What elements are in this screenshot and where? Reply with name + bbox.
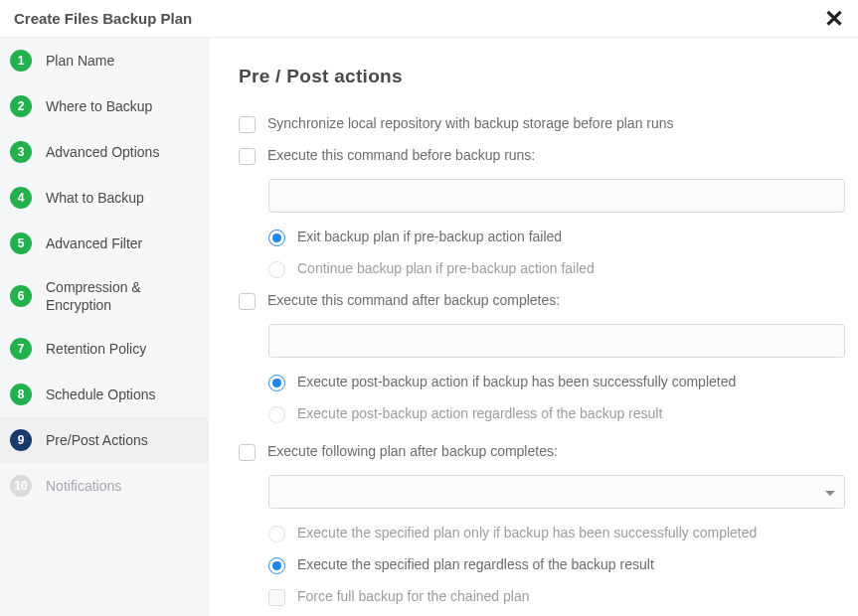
step-number: 9: [10, 429, 32, 451]
step-number: 4: [10, 187, 32, 209]
step-number: 7: [10, 338, 32, 360]
post-success-label[interactable]: Execute post-backup action if backup has…: [297, 374, 736, 389]
following-plan-option: Execute following plan after backup comp…: [239, 443, 834, 461]
pre-command-option: Execute this command before backup runs:: [239, 147, 834, 165]
step-label: What to Backup: [46, 189, 144, 207]
step-pre-post-actions[interactable]: 9 Pre/Post Actions: [0, 417, 208, 463]
force-full-label[interactable]: Force full backup for the chained plan: [297, 588, 529, 604]
post-regardless-radio[interactable]: [268, 406, 285, 423]
step-number: 8: [10, 384, 32, 405]
wizard-sidebar: 1 Plan Name 2 Where to Backup 3 Advanced…: [0, 38, 209, 616]
pre-continue-radio[interactable]: [268, 261, 285, 278]
step-number: 3: [10, 141, 32, 163]
pre-command-label[interactable]: Execute this command before backup runs:: [267, 147, 535, 163]
post-command-label[interactable]: Execute this command after backup comple…: [267, 292, 560, 308]
force-full-option: Force full backup for the chained plan: [268, 588, 834, 606]
step-label: Advanced Filter: [46, 234, 142, 252]
post-regardless-label[interactable]: Execute post-backup action regardless of…: [297, 405, 662, 421]
step-compression-encryption[interactable]: 6 Compression & Encryption: [0, 266, 208, 326]
following-plan-checkbox[interactable]: [239, 444, 256, 461]
post-command-checkbox[interactable]: [239, 293, 256, 310]
step-what-to-backup[interactable]: 4 What to Backup: [0, 175, 208, 221]
chained-success-radio[interactable]: [268, 526, 285, 542]
pre-exit-radio[interactable]: [268, 230, 285, 246]
step-retention-policy[interactable]: 7 Retention Policy: [0, 326, 208, 372]
step-number: 1: [10, 50, 32, 72]
chained-regardless-label[interactable]: Execute the specified plan regardless of…: [297, 556, 654, 572]
step-label: Retention Policy: [46, 340, 146, 358]
close-icon[interactable]: ✕: [824, 7, 844, 31]
pre-exit-label[interactable]: Exit backup plan if pre-backup action fa…: [297, 229, 562, 244]
step-label: Plan Name: [46, 52, 114, 70]
section-title: Pre / Post actions: [239, 66, 834, 87]
step-label: Schedule Options: [46, 385, 156, 403]
step-label: Pre/Post Actions: [46, 431, 148, 449]
step-plan-name[interactable]: 1 Plan Name: [0, 38, 208, 83]
chained-success-label[interactable]: Execute the specified plan only if backu…: [297, 525, 757, 540]
step-number: 10: [10, 475, 32, 497]
step-label: Compression & Encryption: [46, 278, 198, 314]
post-success-radio[interactable]: [268, 375, 285, 391]
step-label: Where to Backup: [46, 97, 152, 115]
pre-command-checkbox[interactable]: [239, 148, 256, 165]
post-success-option: Execute post-backup action if backup has…: [268, 374, 834, 391]
step-label: Advanced Options: [46, 143, 159, 161]
dialog-body: 1 Plan Name 2 Where to Backup 3 Advanced…: [0, 38, 858, 616]
pre-exit-option: Exit backup plan if pre-backup action fa…: [268, 229, 834, 246]
step-number: 2: [10, 95, 32, 117]
post-regardless-option: Execute post-backup action regardless of…: [268, 405, 834, 423]
sync-repo-checkbox[interactable]: [239, 116, 256, 133]
step-number: 5: [10, 232, 32, 254]
step-number: 6: [10, 285, 32, 307]
main-panel: Pre / Post actions Synchronize local rep…: [209, 38, 858, 616]
pre-continue-option: Continue backup plan if pre-backup actio…: [268, 260, 834, 278]
dialog-title: Create Files Backup Plan: [14, 10, 192, 27]
following-plan-select[interactable]: [268, 475, 845, 509]
sync-repo-label[interactable]: Synchronize local repository with backup…: [267, 115, 674, 131]
pre-continue-label[interactable]: Continue backup plan if pre-backup actio…: [297, 260, 595, 276]
following-plan-select-wrap: [268, 475, 845, 509]
chained-success-option: Execute the specified plan only if backu…: [268, 525, 834, 542]
post-command-option: Execute this command after backup comple…: [239, 292, 834, 310]
following-plan-label[interactable]: Execute following plan after backup comp…: [267, 443, 558, 459]
post-command-input[interactable]: [268, 324, 845, 358]
pre-command-input[interactable]: [268, 179, 845, 213]
dialog-header: Create Files Backup Plan ✕: [0, 0, 858, 38]
sync-repo-option: Synchronize local repository with backup…: [239, 115, 834, 133]
step-notifications[interactable]: 10 Notifications: [0, 463, 208, 509]
step-label: Notifications: [46, 477, 121, 495]
chained-regardless-radio[interactable]: [268, 557, 285, 574]
force-full-checkbox[interactable]: [268, 589, 285, 606]
step-where-to-backup[interactable]: 2 Where to Backup: [0, 83, 208, 129]
step-advanced-options[interactable]: 3 Advanced Options: [0, 129, 208, 175]
step-advanced-filter[interactable]: 5 Advanced Filter: [0, 221, 208, 266]
step-schedule-options[interactable]: 8 Schedule Options: [0, 372, 208, 417]
chained-regardless-option: Execute the specified plan regardless of…: [268, 556, 834, 574]
